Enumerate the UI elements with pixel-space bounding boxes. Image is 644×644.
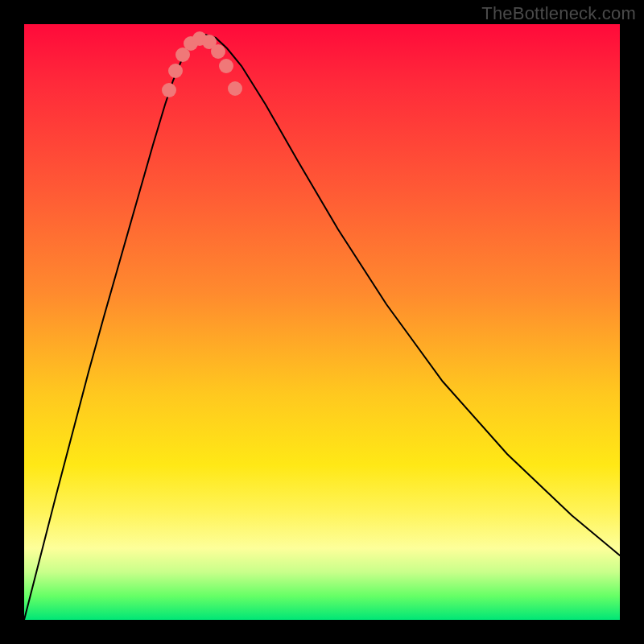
valley-markers xyxy=(162,31,242,97)
valley-dot xyxy=(211,44,225,59)
bottleneck-curve xyxy=(24,35,620,620)
chart-plot-area xyxy=(24,24,620,620)
valley-dot xyxy=(162,83,176,97)
valley-dot xyxy=(228,81,242,96)
chart-svg xyxy=(24,24,620,620)
watermark-text: TheBottleneck.com xyxy=(481,3,636,24)
chart-frame: TheBottleneck.com xyxy=(0,0,644,644)
valley-dot xyxy=(219,59,233,73)
valley-dot xyxy=(168,64,183,78)
curve-line xyxy=(24,35,620,620)
